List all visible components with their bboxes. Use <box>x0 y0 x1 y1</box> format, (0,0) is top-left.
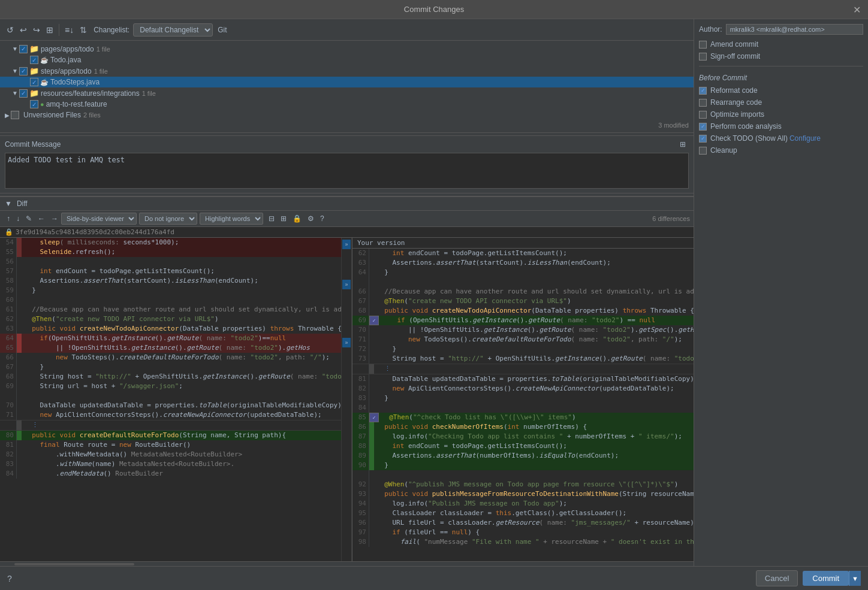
line-num <box>0 420 17 430</box>
diff-line: 67 @Then("create new TODO API connector … <box>352 296 694 306</box>
rearrange-checkbox[interactable] <box>699 99 707 107</box>
line-content: int endCount = todoPage.getListItemsCoun… <box>374 441 694 451</box>
tree-item-steps-folder[interactable]: ▼ ✓ 📁 steps/apps/todo 1 file <box>0 65 694 77</box>
gutter-mark <box>369 364 374 374</box>
sort-button[interactable]: ≡↓ <box>62 23 77 37</box>
commit-message-options-button[interactable]: ⊞ <box>677 138 689 150</box>
main-toolbar: ↺ ↩ ↪ ⊞ ≡↓ ⇅ Changelist: Default Changel… <box>0 19 694 41</box>
diff-title: Diff <box>17 199 28 208</box>
line-content: DataTable updatedDataTable = properties.… <box>374 374 694 384</box>
tree-item-resources-folder[interactable]: ▼ ✓ 📁 resources/features/integrations 1 … <box>0 87 694 99</box>
cancel-button[interactable]: Cancel <box>756 570 798 586</box>
line-content: DataTable updatedDataTable = properties.… <box>22 401 341 410</box>
diff-line: 70 DataTable updatedDataTable = properti… <box>0 401 341 410</box>
refresh-button[interactable]: ↺ <box>4 23 17 37</box>
line-content: new TodoSteps().createDefaultRouteForTod… <box>374 335 694 344</box>
tree-checkbox[interactable]: ✓ <box>19 67 28 75</box>
diff-checkbox[interactable]: ✓ <box>369 413 379 422</box>
gutter-mark <box>369 422 374 432</box>
optimize-checkbox[interactable] <box>699 111 707 119</box>
diff-checkbox[interactable]: ✓ <box>369 316 379 325</box>
diff-collapse-button[interactable]: ⊟ <box>266 213 278 224</box>
gutter-mark <box>369 258 374 268</box>
tree-checkbox[interactable] <box>11 111 19 119</box>
line-num: 84 <box>352 403 369 413</box>
diff-line: 81 final Route route = new RouteBuilder(… <box>0 440 341 450</box>
line-num: 61 <box>0 305 17 314</box>
tree-item-pages-folder[interactable]: ▼ ✓ 📁 pages/apps/todo 1 file <box>0 43 694 55</box>
diff-settings-button[interactable]: ⚙ <box>305 213 317 224</box>
redo-button[interactable]: ↪ <box>30 23 43 37</box>
tree-checkbox[interactable]: ✓ <box>30 56 38 64</box>
diff-back-button[interactable]: ← <box>35 213 48 224</box>
tree-item-todo-java[interactable]: ▶ ✓ ☕ Todo.java <box>0 55 694 65</box>
line-content: public void checkNumberOfItems(int numbe… <box>374 422 694 432</box>
gutter-mark <box>369 451 374 461</box>
line-num: 83 <box>0 459 17 469</box>
line-num <box>352 364 369 374</box>
line-content: } <box>22 362 341 372</box>
diff-highlight-select[interactable]: Highlight words <box>200 213 263 225</box>
tree-file-label: TodoSteps.java <box>50 78 100 86</box>
perform-analysis-label: Perform code analysis <box>710 122 782 131</box>
line-content: Selenide.refresh(); <box>22 247 341 257</box>
diff-line: 92 @When("^publish JMS message on Todo a… <box>352 480 694 489</box>
tree-item-todosteps-java[interactable]: ▶ ✓ ☕ TodoSteps.java <box>0 77 694 87</box>
diff-expand-button[interactable]: ⊞ <box>278 213 290 224</box>
gutter-mark <box>369 480 374 489</box>
diff-next-button[interactable]: ↓ <box>13 213 23 224</box>
tree-checkbox[interactable]: ✓ <box>30 100 38 108</box>
perform-analysis-checkbox[interactable]: ✓ <box>699 123 707 131</box>
check-todo-checkbox[interactable]: ✓ <box>699 135 707 143</box>
configure-link[interactable]: Configure <box>789 134 821 143</box>
diff-line: 67 } <box>0 362 341 372</box>
diff-fwd-button[interactable]: → <box>48 213 61 224</box>
tree-item-amq-feature[interactable]: ▶ ✓ ● amq-to-rest.feature <box>0 99 694 110</box>
cleanup-checkbox[interactable] <box>699 147 707 155</box>
diff-ignore-select[interactable]: Do not ignore <box>139 213 197 225</box>
commit-message-input[interactable]: Added TODO test in AMQ test <box>5 153 689 189</box>
tree-checkbox[interactable]: ✓ <box>19 45 28 53</box>
gutter-mark <box>369 537 374 547</box>
sign-off-checkbox[interactable] <box>699 53 707 60</box>
line-num: 68 <box>352 306 369 316</box>
line-num: 57 <box>0 267 17 276</box>
tree-checkbox[interactable]: ✓ <box>30 78 38 86</box>
line-content: public void publishMessageFromResourceTo… <box>374 489 694 499</box>
line-num: 98 <box>352 537 369 547</box>
diff-help-button[interactable]: ? <box>317 213 327 224</box>
diff-arrow-right-3[interactable]: » <box>342 338 351 347</box>
diff-header: ▼ Diff <box>0 196 694 211</box>
author-input[interactable] <box>726 24 863 35</box>
gutter-mark <box>369 461 374 470</box>
horizontal-scrollbar[interactable] <box>0 561 694 566</box>
commit-dropdown-button[interactable]: ▼ <box>849 571 861 586</box>
rearrange-row: Rearrange code <box>699 98 863 107</box>
diff-lock-button[interactable]: 🔒 <box>290 213 305 224</box>
tree-checkbox[interactable]: ✓ <box>19 89 28 98</box>
diff-right-panel[interactable]: Your version 62 int endCount = todoPage.… <box>352 238 694 561</box>
close-button[interactable]: ✕ <box>853 4 861 15</box>
diff-viewer-select[interactable]: Side-by-side viewer <box>61 213 137 225</box>
filter-button[interactable]: ⇅ <box>77 23 90 37</box>
gutter-mark <box>17 372 22 382</box>
diff-line: 80 public void createDefaultRouteForTodo… <box>0 431 341 440</box>
changelist-select[interactable]: Default Changelist <box>133 23 213 37</box>
diff-arrow-right-2[interactable]: » <box>342 280 351 289</box>
diff-left-panel[interactable]: 54 sleep( milliseconds: seconds*1000); 5… <box>0 238 341 561</box>
gutter-mark <box>369 518 374 528</box>
amend-commit-checkbox[interactable] <box>699 41 707 49</box>
reformat-checkbox[interactable]: ✓ <box>699 87 707 95</box>
diff-label: ▼ <box>5 199 12 208</box>
diff-prev-button[interactable]: ↑ <box>4 213 13 224</box>
grid-button[interactable]: ⊞ <box>43 23 56 37</box>
tree-item-unversioned[interactable]: ▶ Unversioned Files 2 files <box>0 110 694 120</box>
diff-arrow-right-1[interactable]: » <box>342 240 351 249</box>
help-button[interactable]: ? <box>7 574 12 583</box>
undo-button[interactable]: ↩ <box>17 23 30 37</box>
line-content: Assertions.assertThat(startCount).isLess… <box>22 276 341 286</box>
commit-button[interactable]: Commit <box>803 571 849 586</box>
gutter-mark <box>17 324 22 334</box>
gutter-mark <box>17 257 22 267</box>
diff-edit-button[interactable]: ✎ <box>23 213 35 224</box>
